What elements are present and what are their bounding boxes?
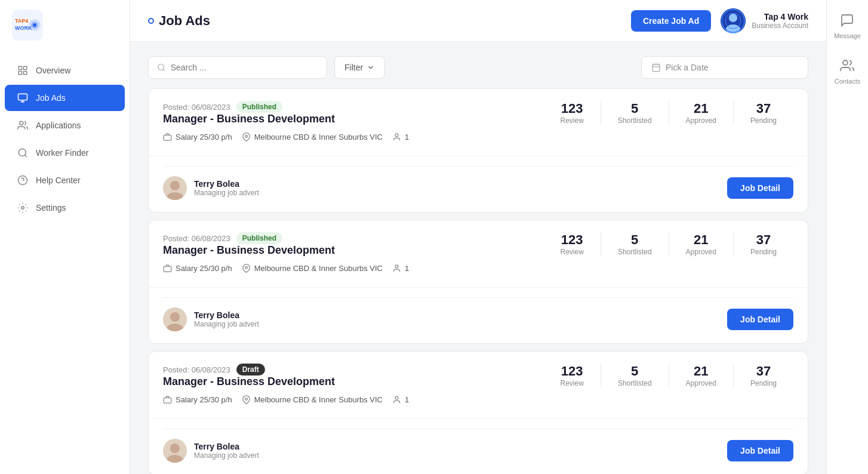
job-detail-button-1[interactable]: Job Detail bbox=[727, 177, 793, 199]
manager-name-3: Terry Bolea bbox=[194, 442, 259, 451]
review-number-1: 123 bbox=[561, 101, 583, 116]
job-stats-1: 123 Review 5 Shortlisted 21 Approved 37 … bbox=[544, 101, 793, 125]
job-details-row-2: Salary 25/30 p/h Melbourne CBD & Inner S… bbox=[163, 264, 544, 273]
stat-approved-3: 21 Approved bbox=[669, 364, 734, 387]
svg-rect-34 bbox=[164, 398, 171, 403]
status-badge-1: Published bbox=[236, 101, 282, 113]
sidebar-item-help-center[interactable]: Help Center bbox=[5, 167, 125, 193]
sidebar-nav: Overview Job Ads Applications Worker Fin… bbox=[0, 50, 130, 474]
filter-button[interactable]: Filter bbox=[334, 56, 385, 79]
card-divider-2 bbox=[149, 287, 808, 288]
message-panel-item[interactable]: Message bbox=[834, 12, 861, 39]
sidebar: TAP4 WORK Overview Job Ads Applications bbox=[0, 0, 130, 474]
search-input[interactable] bbox=[171, 63, 318, 72]
user-name: Tap 4 Work bbox=[752, 12, 808, 21]
openings-count-2: 1 bbox=[405, 264, 409, 273]
overview-icon bbox=[17, 64, 29, 76]
review-number-3: 123 bbox=[561, 364, 583, 379]
review-label-2: Review bbox=[561, 248, 584, 256]
status-badge-3: Draft bbox=[236, 364, 265, 375]
job-card-top-2: Posted: 06/08/2023 Published Manager - B… bbox=[163, 232, 793, 282]
message-icon bbox=[839, 12, 855, 29]
salary-label-3: Salary 25/30 p/h bbox=[176, 395, 232, 404]
message-label: Message bbox=[834, 32, 861, 39]
job-title-1: Manager - Business Development bbox=[163, 113, 544, 125]
svg-point-5 bbox=[33, 23, 36, 27]
svg-rect-9 bbox=[24, 72, 27, 75]
salary-label-2: Salary 25/30 p/h bbox=[176, 264, 232, 273]
manager-avatar-image-1 bbox=[163, 176, 187, 200]
job-meta-3: Posted: 06/08/2023 Draft bbox=[163, 364, 544, 375]
sidebar-item-settings[interactable]: Settings bbox=[5, 195, 125, 221]
job-meta-2: Posted: 06/08/2023 Published bbox=[163, 232, 544, 244]
manager-info-2: Terry Bolea Managing job advert bbox=[163, 307, 259, 331]
card-divider-3 bbox=[149, 418, 808, 419]
sidebar-item-help-center-label: Help Center bbox=[36, 176, 81, 185]
sidebar-item-job-ads[interactable]: Job Ads bbox=[5, 85, 125, 111]
review-number-2: 123 bbox=[561, 232, 583, 248]
svg-point-32 bbox=[170, 312, 180, 322]
stat-approved-1: 21 Approved bbox=[669, 101, 734, 125]
pending-number-2: 37 bbox=[756, 232, 771, 248]
location-label-3: Melbourne CBD & Inner Suburbs VIC bbox=[254, 395, 383, 404]
manager-name-2: Terry Bolea bbox=[194, 310, 259, 320]
shortlisted-number-2: 5 bbox=[631, 232, 638, 248]
status-badge-2: Published bbox=[236, 232, 282, 244]
manager-avatar-image-2 bbox=[163, 307, 187, 331]
sidebar-item-applications-label: Applications bbox=[36, 121, 81, 130]
job-card-1: Posted: 06/08/2023 Published Manager - B… bbox=[148, 88, 808, 213]
stat-pending-2: 37 Pending bbox=[734, 232, 793, 256]
review-label-1: Review bbox=[561, 116, 584, 125]
svg-rect-21 bbox=[652, 64, 660, 72]
stat-approved-2: 21 Approved bbox=[669, 232, 734, 256]
manager-avatar-2 bbox=[163, 307, 187, 331]
content-area: Filter Pick a Date Posted: 06/08/2023 Pu… bbox=[130, 42, 826, 474]
manager-avatar-image-3 bbox=[163, 439, 187, 463]
job-left-1: Posted: 06/08/2023 Published Manager - B… bbox=[163, 101, 544, 151]
logo-area: TAP4 WORK bbox=[0, 0, 130, 50]
header-right: Create Job Ad Tap 4 Work Business Accoun… bbox=[631, 8, 808, 33]
svg-point-35 bbox=[245, 398, 247, 400]
manager-text-2: Terry Bolea Managing job advert bbox=[194, 310, 259, 328]
manager-text-3: Terry Bolea Managing job advert bbox=[194, 442, 259, 460]
shortlisted-label-1: Shortlisted bbox=[618, 116, 652, 125]
sidebar-item-worker-finder-label: Worker Finder bbox=[36, 148, 88, 158]
job-card-2: Posted: 06/08/2023 Published Manager - B… bbox=[148, 220, 808, 344]
manager-role-2: Managing job advert bbox=[194, 320, 259, 328]
location-label-1: Melbourne CBD & Inner Suburbs VIC bbox=[254, 133, 383, 141]
location-label-2: Melbourne CBD & Inner Suburbs VIC bbox=[254, 264, 383, 273]
search-box[interactable] bbox=[148, 56, 327, 79]
svg-point-26 bbox=[170, 181, 180, 190]
location-1: Melbourne CBD & Inner Suburbs VIC bbox=[242, 133, 383, 141]
openings-2: 1 bbox=[392, 264, 409, 273]
avatar-image bbox=[721, 8, 746, 33]
sidebar-item-worker-finder[interactable]: Worker Finder bbox=[5, 140, 125, 166]
job-details-row-1: Salary 25/30 p/h Melbourne CBD & Inner S… bbox=[163, 133, 544, 141]
contacts-icon bbox=[839, 57, 855, 74]
salary-icon bbox=[163, 133, 172, 141]
create-job-button[interactable]: Create Job Ad bbox=[631, 10, 711, 32]
salary-2: Salary 25/30 p/h bbox=[163, 264, 232, 273]
stat-review-2: 123 Review bbox=[544, 232, 601, 256]
contacts-panel-item[interactable]: Contacts bbox=[835, 57, 860, 85]
user-profile[interactable]: Tap 4 Work Business Account bbox=[721, 8, 808, 33]
avatar bbox=[721, 8, 746, 33]
sidebar-item-applications[interactable]: Applications bbox=[5, 112, 125, 138]
stat-review-1: 123 Review bbox=[544, 101, 601, 125]
svg-point-30 bbox=[395, 265, 398, 268]
calendar-icon bbox=[651, 63, 661, 72]
svg-point-11 bbox=[20, 121, 23, 125]
job-details-row-3: Salary 25/30 p/h Melbourne CBD & Inner S… bbox=[163, 395, 544, 404]
job-detail-button-2[interactable]: Job Detail bbox=[727, 309, 793, 330]
salary-1: Salary 25/30 p/h bbox=[163, 133, 232, 141]
pending-label-1: Pending bbox=[750, 116, 777, 125]
manager-text-1: Terry Bolea Managing job advert bbox=[194, 179, 259, 197]
job-detail-button-3[interactable]: Job Detail bbox=[727, 440, 793, 461]
pending-label-3: Pending bbox=[750, 379, 777, 387]
job-stats-3: 123 Review 5 Shortlisted 21 Approved 37 … bbox=[544, 364, 793, 387]
job-stats-2: 123 Review 5 Shortlisted 21 Approved 37 … bbox=[544, 232, 793, 256]
date-picker[interactable]: Pick a Date bbox=[641, 56, 808, 79]
location-icon bbox=[242, 133, 251, 141]
worker-finder-icon bbox=[17, 147, 29, 159]
sidebar-item-overview[interactable]: Overview bbox=[5, 57, 125, 84]
